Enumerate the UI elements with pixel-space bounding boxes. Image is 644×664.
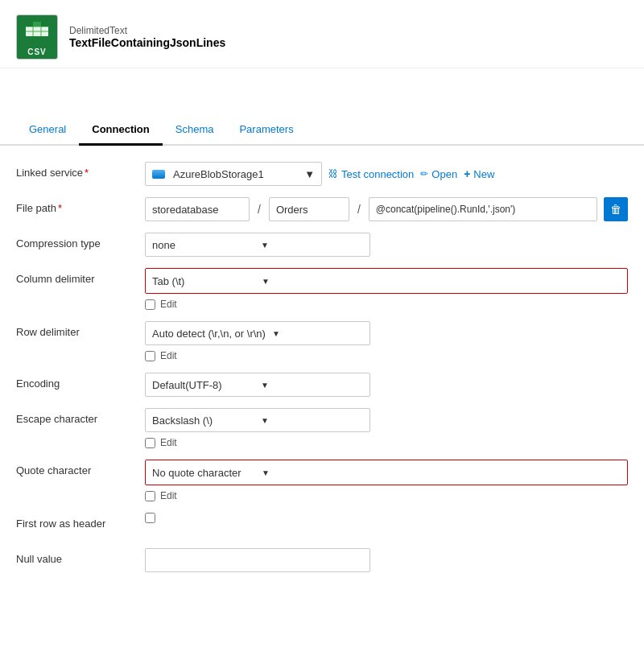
column-delimiter-label: Column delimiter [16, 268, 145, 285]
compression-type-label: Compression type [16, 233, 145, 250]
quote-character-label: Quote character [16, 460, 145, 476]
svg-rect-7 [41, 22, 48, 27]
linked-service-label: Linked service* [16, 162, 145, 179]
filepath-delete-button[interactable]: 🗑 [604, 197, 628, 221]
linked-service-select[interactable]: AzureBlobStorage1 ▼ [145, 162, 322, 186]
tab-general[interactable]: General [16, 117, 79, 146]
open-link[interactable]: ✏ Open [420, 168, 457, 180]
linked-service-value: AzureBlobStorage1 [173, 168, 299, 180]
linked-service-row: Linked service* AzureBlobStorage1 ▼ ⛓ Te… [16, 162, 628, 188]
linked-service-caret: ▼ [304, 168, 315, 180]
svg-rect-5 [26, 22, 33, 27]
column-delimiter-caret-icon: ▼ [262, 277, 365, 286]
escape-character-label: Escape character [16, 408, 145, 425]
filepath-formula-display: @concat(pipeline().RunId,'.json') [369, 197, 597, 221]
dataset-name: TextFileContainingJsonLines [69, 36, 225, 49]
escape-character-edit-label: Edit [160, 437, 177, 448]
quote-character-edit-row: Edit [145, 489, 628, 503]
filepath-sep1: / [256, 203, 262, 216]
quote-character-highlight: No quote character ▼ [145, 460, 628, 485]
encoding-row: Encoding Default(UTF-8) ▼ [16, 373, 628, 398]
new-link[interactable]: + New [464, 167, 494, 180]
csv-label: CSV [17, 46, 57, 59]
null-value-input[interactable] [145, 548, 370, 572]
column-delimiter-highlight: Tab (\t) ▼ [145, 268, 628, 294]
compression-type-row: Compression type none ▼ [16, 233, 628, 258]
encoding-select[interactable]: Default(UTF-8) ▼ [145, 373, 370, 397]
svg-rect-6 [33, 22, 41, 27]
file-path-row: File path* / / @concat(pipeline().RunId,… [16, 197, 628, 223]
chain-icon: ⛓ [328, 168, 338, 179]
escape-character-select[interactable]: Backslash (\) ▼ [145, 408, 370, 432]
row-delimiter-edit-label: Edit [160, 350, 177, 361]
column-delimiter-row: Column delimiter Tab (\t) ▼ Edit [16, 268, 628, 311]
first-row-header-label: First row as header [16, 513, 145, 530]
first-row-header-checkbox[interactable] [145, 513, 155, 523]
tab-connection[interactable]: Connection [79, 117, 163, 146]
quote-character-caret-icon: ▼ [262, 468, 365, 477]
pencil-icon: ✏ [420, 168, 428, 179]
tabs-area: General Connection Schema Parameters [0, 117, 644, 146]
filepath-part1-input[interactable] [145, 197, 250, 221]
dataset-type: DelimitedText [69, 25, 225, 36]
row-delimiter-row: Row delimiter Auto detect (\r,\n, or \r\… [16, 321, 628, 363]
compression-type-select[interactable]: none ▼ [145, 233, 370, 257]
encoding-controls: Default(UTF-8) ▼ [145, 373, 628, 397]
filepath-part2-input[interactable] [269, 197, 349, 221]
escape-character-row: Escape character Backslash (\) ▼ Edit [16, 408, 628, 450]
header-text: DelimitedText TextFileContainingJsonLine… [69, 25, 225, 49]
csv-file-icon: CSV [16, 14, 58, 60]
storage-icon [152, 170, 165, 179]
quote-character-edit-checkbox[interactable] [145, 491, 155, 501]
trash-icon: 🗑 [610, 203, 621, 216]
compression-type-controls: none ▼ [145, 233, 628, 257]
escape-character-edit-checkbox[interactable] [145, 438, 155, 448]
escape-character-caret-icon: ▼ [261, 416, 363, 425]
row-delimiter-edit-row: Edit [145, 348, 628, 363]
first-row-header-row: First row as header [16, 513, 628, 538]
filepath-sep2: / [356, 203, 362, 216]
row-delimiter-select[interactable]: Auto detect (\r,\n, or \r\n) ▼ [145, 321, 370, 345]
quote-character-row: Quote character No quote character ▼ Edi… [16, 460, 628, 503]
encoding-caret-icon: ▼ [261, 381, 363, 390]
null-value-label: Null value [16, 548, 145, 565]
column-delimiter-edit-row: Edit [145, 297, 628, 311]
quote-character-select[interactable]: No quote character ▼ [146, 460, 371, 485]
first-row-header-controls [145, 513, 628, 523]
header-area: CSV DelimitedText TextFileContainingJson… [0, 0, 644, 68]
compression-caret-icon: ▼ [261, 241, 363, 250]
page-container: CSV DelimitedText TextFileContainingJson… [0, 0, 644, 664]
quote-character-controls: No quote character ▼ Edit [145, 460, 628, 503]
file-path-label: File path* [16, 197, 145, 214]
encoding-label: Encoding [16, 373, 145, 390]
column-delimiter-edit-checkbox[interactable] [145, 299, 155, 310]
linked-service-controls: AzureBlobStorage1 ▼ ⛓ Test connection ✏ … [145, 162, 628, 186]
null-value-controls [145, 548, 628, 572]
null-value-row: Null value [16, 548, 628, 574]
plus-icon: + [464, 167, 470, 180]
quote-character-edit-label: Edit [160, 490, 177, 501]
column-delimiter-select[interactable]: Tab (\t) ▼ [146, 269, 371, 293]
row-delimiter-label: Row delimiter [16, 321, 145, 338]
row-delimiter-edit-checkbox[interactable] [145, 351, 155, 361]
test-connection-link[interactable]: ⛓ Test connection [328, 168, 414, 180]
escape-character-controls: Backslash (\) ▼ Edit [145, 408, 628, 450]
tab-parameters[interactable]: Parameters [226, 117, 306, 146]
tab-schema[interactable]: Schema [163, 117, 227, 146]
escape-character-edit-row: Edit [145, 435, 628, 450]
row-delimiter-caret-icon: ▼ [272, 329, 363, 338]
row-delimiter-controls: Auto detect (\r,\n, or \r\n) ▼ Edit [145, 321, 628, 363]
column-delimiter-edit-label: Edit [160, 299, 177, 310]
column-delimiter-controls: Tab (\t) ▼ Edit [145, 268, 628, 311]
file-path-controls: / / @concat(pipeline().RunId,'.json') 🗑 [145, 197, 628, 221]
content-area: Linked service* AzureBlobStorage1 ▼ ⛓ Te… [0, 146, 644, 600]
